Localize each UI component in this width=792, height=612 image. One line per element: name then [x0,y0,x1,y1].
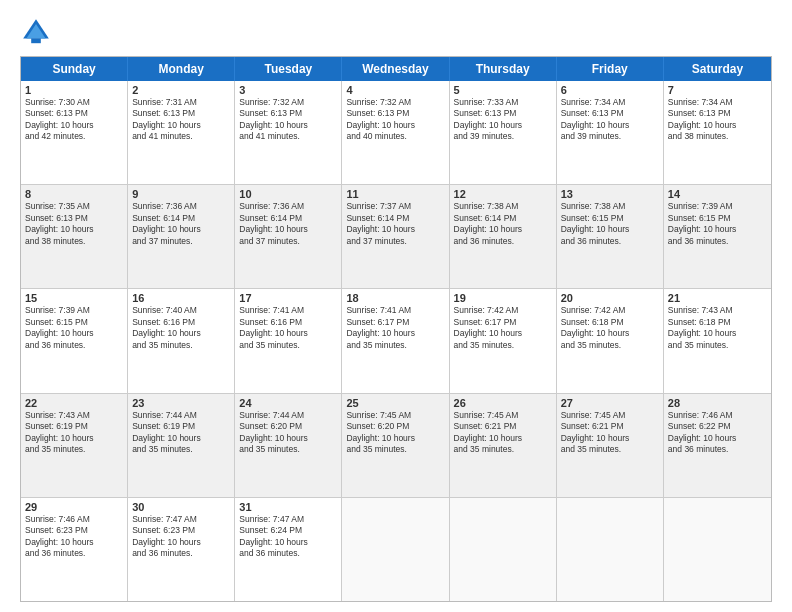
day-number: 16 [132,292,230,304]
day-number: 24 [239,397,337,409]
day-number: 4 [346,84,444,96]
day-info: Sunrise: 7:47 AMSunset: 6:23 PMDaylight:… [132,514,230,560]
day-info: Sunrise: 7:39 AMSunset: 6:15 PMDaylight:… [668,201,767,247]
logo [20,16,56,48]
day-number: 30 [132,501,230,513]
header [20,16,772,48]
day-info: Sunrise: 7:36 AMSunset: 6:14 PMDaylight:… [239,201,337,247]
day-info: Sunrise: 7:40 AMSunset: 6:16 PMDaylight:… [132,305,230,351]
day-number: 5 [454,84,552,96]
empty-cell [557,498,664,601]
day-cell-11: 11Sunrise: 7:37 AMSunset: 6:14 PMDayligh… [342,185,449,288]
empty-cell [342,498,449,601]
calendar-row-4: 22Sunrise: 7:43 AMSunset: 6:19 PMDayligh… [21,394,771,498]
weekday-header-tuesday: Tuesday [235,57,342,81]
day-info: Sunrise: 7:35 AMSunset: 6:13 PMDaylight:… [25,201,123,247]
day-cell-28: 28Sunrise: 7:46 AMSunset: 6:22 PMDayligh… [664,394,771,497]
day-cell-9: 9Sunrise: 7:36 AMSunset: 6:14 PMDaylight… [128,185,235,288]
calendar-row-1: 1Sunrise: 7:30 AMSunset: 6:13 PMDaylight… [21,81,771,185]
day-info: Sunrise: 7:45 AMSunset: 6:21 PMDaylight:… [561,410,659,456]
svg-rect-2 [31,38,41,43]
day-cell-6: 6Sunrise: 7:34 AMSunset: 6:13 PMDaylight… [557,81,664,184]
day-cell-18: 18Sunrise: 7:41 AMSunset: 6:17 PMDayligh… [342,289,449,392]
day-info: Sunrise: 7:45 AMSunset: 6:21 PMDaylight:… [454,410,552,456]
day-info: Sunrise: 7:30 AMSunset: 6:13 PMDaylight:… [25,97,123,143]
day-info: Sunrise: 7:46 AMSunset: 6:22 PMDaylight:… [668,410,767,456]
day-number: 12 [454,188,552,200]
day-info: Sunrise: 7:36 AMSunset: 6:14 PMDaylight:… [132,201,230,247]
day-info: Sunrise: 7:47 AMSunset: 6:24 PMDaylight:… [239,514,337,560]
day-cell-4: 4Sunrise: 7:32 AMSunset: 6:13 PMDaylight… [342,81,449,184]
day-number: 28 [668,397,767,409]
weekday-header-sunday: Sunday [21,57,128,81]
day-info: Sunrise: 7:41 AMSunset: 6:16 PMDaylight:… [239,305,337,351]
day-number: 10 [239,188,337,200]
day-number: 8 [25,188,123,200]
weekday-header-thursday: Thursday [450,57,557,81]
day-info: Sunrise: 7:41 AMSunset: 6:17 PMDaylight:… [346,305,444,351]
day-info: Sunrise: 7:34 AMSunset: 6:13 PMDaylight:… [668,97,767,143]
weekday-header-saturday: Saturday [664,57,771,81]
day-number: 9 [132,188,230,200]
day-info: Sunrise: 7:42 AMSunset: 6:17 PMDaylight:… [454,305,552,351]
day-info: Sunrise: 7:37 AMSunset: 6:14 PMDaylight:… [346,201,444,247]
empty-cell [664,498,771,601]
day-number: 27 [561,397,659,409]
calendar-row-2: 8Sunrise: 7:35 AMSunset: 6:13 PMDaylight… [21,185,771,289]
day-cell-22: 22Sunrise: 7:43 AMSunset: 6:19 PMDayligh… [21,394,128,497]
weekday-header-wednesday: Wednesday [342,57,449,81]
day-cell-25: 25Sunrise: 7:45 AMSunset: 6:20 PMDayligh… [342,394,449,497]
day-cell-13: 13Sunrise: 7:38 AMSunset: 6:15 PMDayligh… [557,185,664,288]
day-info: Sunrise: 7:32 AMSunset: 6:13 PMDaylight:… [346,97,444,143]
page: SundayMondayTuesdayWednesdayThursdayFrid… [0,0,792,612]
day-number: 6 [561,84,659,96]
calendar: SundayMondayTuesdayWednesdayThursdayFrid… [20,56,772,602]
day-cell-26: 26Sunrise: 7:45 AMSunset: 6:21 PMDayligh… [450,394,557,497]
empty-cell [450,498,557,601]
calendar-header: SundayMondayTuesdayWednesdayThursdayFrid… [21,57,771,81]
day-cell-15: 15Sunrise: 7:39 AMSunset: 6:15 PMDayligh… [21,289,128,392]
day-info: Sunrise: 7:46 AMSunset: 6:23 PMDaylight:… [25,514,123,560]
day-cell-3: 3Sunrise: 7:32 AMSunset: 6:13 PMDaylight… [235,81,342,184]
day-number: 13 [561,188,659,200]
day-number: 23 [132,397,230,409]
day-cell-19: 19Sunrise: 7:42 AMSunset: 6:17 PMDayligh… [450,289,557,392]
day-info: Sunrise: 7:38 AMSunset: 6:14 PMDaylight:… [454,201,552,247]
day-cell-29: 29Sunrise: 7:46 AMSunset: 6:23 PMDayligh… [21,498,128,601]
day-info: Sunrise: 7:44 AMSunset: 6:19 PMDaylight:… [132,410,230,456]
weekday-header-monday: Monday [128,57,235,81]
day-info: Sunrise: 7:39 AMSunset: 6:15 PMDaylight:… [25,305,123,351]
day-cell-17: 17Sunrise: 7:41 AMSunset: 6:16 PMDayligh… [235,289,342,392]
calendar-row-3: 15Sunrise: 7:39 AMSunset: 6:15 PMDayligh… [21,289,771,393]
day-number: 11 [346,188,444,200]
day-info: Sunrise: 7:33 AMSunset: 6:13 PMDaylight:… [454,97,552,143]
day-cell-16: 16Sunrise: 7:40 AMSunset: 6:16 PMDayligh… [128,289,235,392]
day-cell-10: 10Sunrise: 7:36 AMSunset: 6:14 PMDayligh… [235,185,342,288]
day-cell-31: 31Sunrise: 7:47 AMSunset: 6:24 PMDayligh… [235,498,342,601]
day-cell-14: 14Sunrise: 7:39 AMSunset: 6:15 PMDayligh… [664,185,771,288]
day-cell-23: 23Sunrise: 7:44 AMSunset: 6:19 PMDayligh… [128,394,235,497]
day-cell-5: 5Sunrise: 7:33 AMSunset: 6:13 PMDaylight… [450,81,557,184]
day-cell-27: 27Sunrise: 7:45 AMSunset: 6:21 PMDayligh… [557,394,664,497]
day-cell-21: 21Sunrise: 7:43 AMSunset: 6:18 PMDayligh… [664,289,771,392]
day-number: 21 [668,292,767,304]
day-number: 22 [25,397,123,409]
day-info: Sunrise: 7:44 AMSunset: 6:20 PMDaylight:… [239,410,337,456]
day-number: 19 [454,292,552,304]
logo-icon [20,16,52,48]
day-cell-20: 20Sunrise: 7:42 AMSunset: 6:18 PMDayligh… [557,289,664,392]
day-number: 25 [346,397,444,409]
day-number: 17 [239,292,337,304]
day-number: 7 [668,84,767,96]
day-info: Sunrise: 7:38 AMSunset: 6:15 PMDaylight:… [561,201,659,247]
day-number: 18 [346,292,444,304]
day-number: 1 [25,84,123,96]
day-info: Sunrise: 7:43 AMSunset: 6:18 PMDaylight:… [668,305,767,351]
day-info: Sunrise: 7:42 AMSunset: 6:18 PMDaylight:… [561,305,659,351]
day-number: 2 [132,84,230,96]
day-number: 29 [25,501,123,513]
calendar-row-5: 29Sunrise: 7:46 AMSunset: 6:23 PMDayligh… [21,498,771,601]
day-info: Sunrise: 7:34 AMSunset: 6:13 PMDaylight:… [561,97,659,143]
weekday-header-friday: Friday [557,57,664,81]
day-cell-7: 7Sunrise: 7:34 AMSunset: 6:13 PMDaylight… [664,81,771,184]
